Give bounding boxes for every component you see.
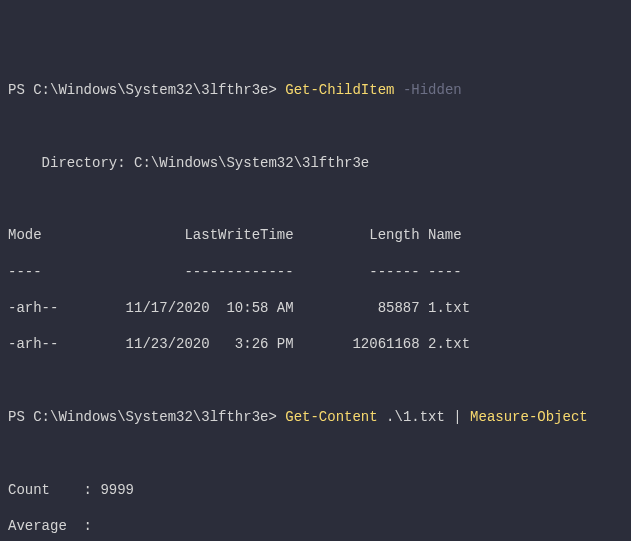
- cmdlet: Get-Content: [285, 409, 377, 425]
- cmdlet: Measure-Object: [470, 409, 588, 425]
- terminal-output[interactable]: PS C:\Windows\System32\3lfthr3e> Get-Chi…: [8, 81, 623, 541]
- cmdlet: Get-ChildItem: [285, 82, 394, 98]
- table-row: -arh-- 11/17/2020 10:58 AM 85887 1.txt: [8, 299, 623, 317]
- prompt: PS C:\Windows\System32\3lfthr3e>: [8, 409, 285, 425]
- prompt: PS C:\Windows\System32\3lfthr3e>: [8, 82, 285, 98]
- table-row: -arh-- 11/23/2020 3:26 PM 12061168 2.txt: [8, 335, 623, 353]
- measure-average: Average :: [8, 517, 623, 535]
- command-line-2: PS C:\Windows\System32\3lfthr3e> Get-Con…: [8, 408, 623, 426]
- command-line-1: PS C:\Windows\System32\3lfthr3e> Get-Chi…: [8, 81, 623, 99]
- table-divider: ---- ------------- ------ ----: [8, 263, 623, 281]
- measure-count: Count : 9999: [8, 481, 623, 499]
- table-header: Mode LastWriteTime Length Name: [8, 226, 623, 244]
- pipe-operator: |: [453, 409, 461, 425]
- parameter: -Hidden: [403, 82, 462, 98]
- directory-header: Directory: C:\Windows\System32\3lfthr3e: [8, 154, 623, 172]
